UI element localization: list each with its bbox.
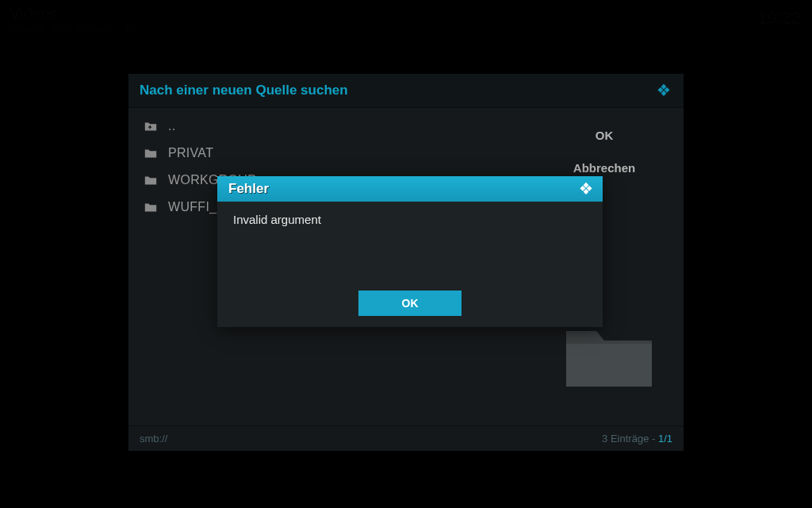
folder-icon <box>143 174 159 187</box>
list-item-label: PRIVAT <box>168 146 213 160</box>
folder-up-icon <box>143 120 159 133</box>
folder-preview-icon <box>561 317 657 392</box>
error-ok-button[interactable]: OK <box>358 291 462 316</box>
current-path: smb:// <box>140 433 167 444</box>
entry-count-text: 3 Einträge - <box>602 433 658 444</box>
browse-ok-button[interactable]: OK <box>525 119 684 152</box>
folder-icon <box>143 201 159 214</box>
list-item-label: .. <box>168 119 176 133</box>
entry-count: 3 Einträge - 1/1 <box>602 433 672 444</box>
error-message: Invalid argument <box>217 202 603 291</box>
browse-dialog-footer: smb:// 3 Einträge - 1/1 <box>128 425 684 451</box>
kodi-logo-icon <box>577 180 595 198</box>
browse-dialog-title: Nach einer neuen Quelle suchen <box>140 83 348 98</box>
kodi-logo-icon <box>655 82 672 99</box>
error-dialog-header: Fehler <box>217 176 603 202</box>
error-dialog-title: Fehler <box>228 181 269 197</box>
entry-count-page: 1/1 <box>658 433 672 444</box>
list-item-parent[interactable]: .. <box>128 113 525 140</box>
svg-rect-0 <box>566 344 652 387</box>
error-dialog-footer: OK <box>217 291 603 327</box>
folder-icon <box>143 147 159 160</box>
list-item[interactable]: PRIVAT <box>128 140 525 167</box>
browse-dialog-header: Nach einer neuen Quelle suchen <box>128 74 684 108</box>
error-dialog: Fehler Invalid argument OK <box>217 176 603 327</box>
